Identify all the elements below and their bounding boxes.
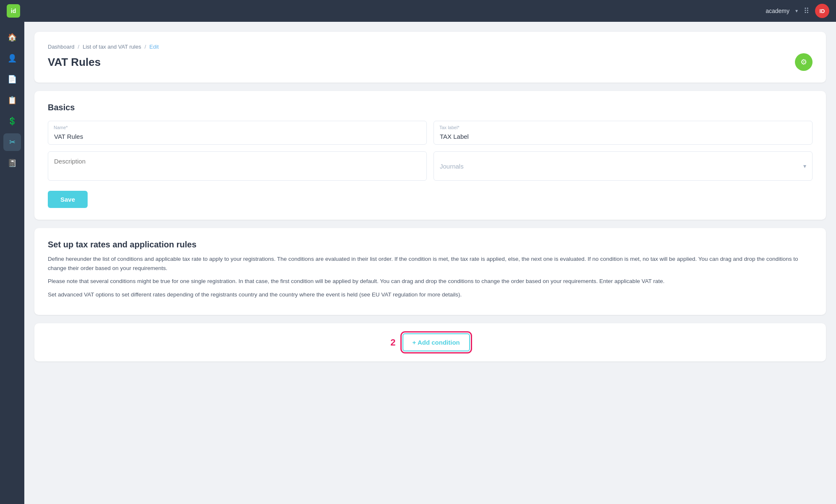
breadcrumb-sep-1: /	[78, 44, 80, 50]
tax-rates-card: Set up tax rates and application rules D…	[34, 228, 826, 315]
tax-desc-2: Please note that several conditions migh…	[48, 277, 813, 286]
form-row-2: Journals ▾	[48, 151, 813, 181]
gear-button[interactable]: ⚙	[795, 53, 813, 71]
journals-placeholder: Journals	[440, 163, 464, 170]
breadcrumb: Dashboard / List of tax and VAT rules / …	[48, 44, 813, 50]
top-nav: id academy ▾ ⠿ ID	[0, 0, 836, 22]
sidebar-item-people[interactable]: 👤	[3, 49, 21, 67]
journals-select[interactable]: Journals ▾	[434, 151, 813, 181]
page-title: VAT Rules	[48, 56, 101, 69]
basics-card: Basics Name* Tax label* Journals ▾ Save	[34, 91, 826, 220]
app-logo: id	[7, 4, 20, 18]
tax-desc-1: Define hereunder the list of conditions …	[48, 255, 813, 273]
user-avatar[interactable]: ID	[815, 4, 829, 18]
tax-desc-3: Set advanced VAT options to set differen…	[48, 290, 813, 299]
sidebar-item-reports[interactable]: 📓	[3, 154, 21, 172]
page-header: VAT Rules ⚙	[48, 53, 813, 71]
sidebar-item-home[interactable]: 🏠	[3, 29, 21, 46]
sidebar-item-list[interactable]: 📋	[3, 91, 21, 109]
basics-title: Basics	[48, 103, 813, 112]
form-row-1: Name* Tax label*	[48, 121, 813, 145]
sidebar-item-discount[interactable]: ✂	[3, 133, 21, 151]
tax-label-input[interactable]	[434, 121, 813, 145]
sidebar: 🏠 👤 📄 📋 💲 ✂ 📓	[0, 22, 24, 504]
description-input[interactable]	[54, 158, 421, 165]
grid-apps-icon[interactable]: ⠿	[804, 6, 809, 16]
breadcrumb-sep-2: /	[145, 44, 146, 50]
academy-dropdown-icon[interactable]: ▾	[795, 8, 798, 14]
breadcrumb-list[interactable]: List of tax and VAT rules	[83, 44, 141, 50]
breadcrumb-edit: Edit	[149, 44, 158, 50]
breadcrumb-dashboard[interactable]: Dashboard	[48, 44, 75, 50]
step-number: 2	[390, 337, 395, 348]
condition-area: 2 + Add condition	[34, 323, 826, 361]
tax-section-title: Set up tax rates and application rules	[48, 240, 813, 249]
add-condition-button[interactable]: + Add condition	[402, 333, 470, 351]
top-nav-right: academy ▾ ⠿ ID	[766, 4, 829, 18]
tax-label-label: Tax label*	[439, 125, 460, 130]
main-content: Dashboard / List of tax and VAT rules / …	[24, 22, 836, 504]
sidebar-item-documents[interactable]: 📄	[3, 70, 21, 88]
tax-label-field: Tax label*	[434, 121, 813, 145]
header-card: Dashboard / List of tax and VAT rules / …	[34, 32, 826, 83]
name-input[interactable]	[48, 121, 427, 145]
academy-label: academy	[766, 8, 789, 14]
journals-chevron-icon: ▾	[803, 163, 806, 169]
name-field: Name*	[48, 121, 427, 145]
save-button[interactable]: Save	[48, 191, 88, 208]
sidebar-item-finance[interactable]: 💲	[3, 112, 21, 130]
top-nav-left: id	[7, 4, 20, 18]
description-field	[48, 151, 427, 181]
name-label: Name*	[54, 125, 68, 130]
